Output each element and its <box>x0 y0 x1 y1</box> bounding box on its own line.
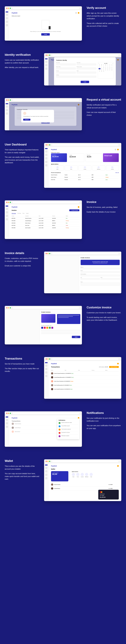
calendar-day[interactable]: 8 <box>98 67 100 68</box>
wallet-action[interactable]: Withdraw <box>85 473 88 477</box>
wallet-action[interactable]: Fund <box>76 473 80 477</box>
calendar-day[interactable]: 7 <box>111 66 113 67</box>
dob-input[interactable] <box>56 68 76 70</box>
bell-icon[interactable] <box>78 12 80 14</box>
color-option[interactable] <box>51 327 53 329</box>
calendar-day[interactable]: 3 <box>103 66 104 67</box>
invoice-row[interactable]: #INV-0005Janet KowalskiJan 22, 2023$1,05… <box>12 227 80 229</box>
quick-action[interactable]: Convert <box>106 166 119 170</box>
wallet-action[interactable]: Convert <box>81 473 84 477</box>
qty-input[interactable] <box>81 278 100 280</box>
phone-input[interactable] <box>77 68 96 70</box>
notification-item[interactable]: Invoice #0012 was paid <box>58 425 78 428</box>
calendar-day[interactable]: 4 <box>105 66 107 67</box>
invoice-details-title: Invoice details <box>5 252 40 255</box>
calendar-day[interactable]: 23 <box>101 70 102 70</box>
address-input[interactable] <box>56 76 96 78</box>
dash-card[interactable]: Invoice$2,530.80 <box>68 153 84 162</box>
see-all-link[interactable]: See all <box>116 172 119 173</box>
calendar-day[interactable]: 29 <box>98 71 100 72</box>
verify-desc1: After sign up, the user sees this screen… <box>86 12 121 20</box>
notes-input[interactable] <box>81 282 120 286</box>
identity-title: Identity verification <box>5 53 40 56</box>
notifications-title: Notifications <box>86 411 121 415</box>
calendar-day[interactable]: 11 <box>105 67 107 68</box>
calendar-day[interactable]: 20 <box>109 68 111 69</box>
wallet-action[interactable]: Card <box>90 473 93 477</box>
verify-button[interactable]: Verify <box>41 33 50 36</box>
calendar-day[interactable]: 19 <box>107 68 109 69</box>
section-dashboard: Paydesk Welcome back! My balance$5,240.0… <box>0 137 126 194</box>
wallet-action[interactable]: Send <box>72 473 75 477</box>
calendar-day[interactable]: 1 <box>98 66 100 67</box>
lname-input[interactable] <box>77 64 96 65</box>
notification-item[interactable]: Payment received from Sarah <box>58 422 78 425</box>
state-input[interactable] <box>77 72 96 74</box>
calendar-day[interactable]: 18 <box>105 68 107 69</box>
invoice-row[interactable]: #INV-0004David ChenJan 20, 2023$560.00Fa… <box>12 224 80 227</box>
calendar-day[interactable]: 22 <box>98 70 100 70</box>
invoice-row[interactable]: #INV-0001Nnamdi OkonkwoJan 12, 2023$1,20… <box>12 217 80 220</box>
calendar-day[interactable]: 15 <box>98 68 100 69</box>
calendar-day[interactable]: 27 <box>109 70 111 70</box>
calendar-day[interactable]: 2 <box>101 66 102 67</box>
notification-item[interactable]: Card transaction approved <box>58 428 78 431</box>
dash-card[interactable]: My balance$5,240.00 <box>51 153 67 162</box>
transaction-row[interactable]: Janet KowalskiTransferJan 22, 2023-$150.… <box>51 387 119 391</box>
quick-action[interactable]: Send <box>51 166 64 170</box>
calendar-day[interactable]: 12 <box>107 67 109 68</box>
dash-card[interactable]: Virtual card <box>103 153 119 162</box>
calendar-day[interactable]: 31 <box>103 71 104 72</box>
calendar-day[interactable]: 13 <box>109 67 111 68</box>
calendar-day[interactable]: 9 <box>101 67 102 68</box>
color-option[interactable] <box>44 327 46 329</box>
calendar-day[interactable]: 24 <box>103 70 104 70</box>
identity-verify-button[interactable]: Verify <box>81 81 89 83</box>
calendar-day[interactable]: 17 <box>103 68 104 69</box>
create-invoice-button[interactable]: + Create invoice <box>69 209 80 211</box>
calendar-day[interactable]: 16 <box>101 68 102 69</box>
calendar-day[interactable]: 26 <box>107 70 109 70</box>
invoice-tab[interactable]: Paid <box>22 213 24 214</box>
color-option[interactable] <box>49 327 51 329</box>
transaction-row[interactable]: Sarah JohnsonTransferJan 18, 2023-$400.0… <box>51 380 119 383</box>
invoice-row[interactable]: #INV-0002Ayodele BalogunJan 14, 2023$850… <box>12 220 80 222</box>
calendar-day[interactable]: 6 <box>109 66 111 67</box>
quick-action[interactable]: Invoice <box>78 166 91 170</box>
calendar-widget[interactable]: ‹Jan 2023› SMTWTFS1234567891011121314151… <box>98 62 114 78</box>
apply-button[interactable]: Apply <box>72 336 80 338</box>
calendar-day[interactable]: 25 <box>105 70 107 70</box>
bell-icon[interactable] <box>117 149 119 150</box>
color-option[interactable] <box>41 327 43 329</box>
quick-action[interactable]: Withdraw <box>92 166 105 170</box>
notification-item[interactable]: New login from Chrome <box>58 431 78 435</box>
calendar-day[interactable]: 28 <box>111 70 113 70</box>
transaction-row[interactable]: Nnamdi OkonkwoTransferJan 12, 2023-$200.… <box>51 372 119 376</box>
price-input[interactable] <box>101 278 120 280</box>
invoice-row[interactable]: #INV-0003Sarah JohnsonJan 18, 2023$2,400… <box>12 222 80 224</box>
section-invoice: Paydesk Invoice+ Create invoice All invo… <box>0 194 126 245</box>
billed-to-input[interactable] <box>81 268 120 269</box>
calendar-day[interactable]: 5 <box>107 66 109 67</box>
notification-item[interactable]: Withdrawal completed <box>58 435 78 438</box>
invoice-tab[interactable]: Pending <box>18 213 21 214</box>
quick-withdraw-button[interactable]: Quick withdraw <box>109 366 119 368</box>
quick-action[interactable]: Fund <box>65 166 78 170</box>
invoice-tab[interactable]: All invoice <box>12 213 16 214</box>
verify-desc2: These info collected will be used to cre… <box>86 22 121 28</box>
invoice-tab[interactable]: Failed <box>26 213 28 214</box>
email-input[interactable] <box>81 271 120 273</box>
wallet-title: Wallet <box>5 459 40 463</box>
fname-input[interactable] <box>56 64 76 65</box>
calendar-day[interactable]: 14 <box>111 67 113 68</box>
item-input[interactable] <box>81 275 120 276</box>
request-button[interactable]: Request <box>23 119 30 120</box>
transaction-row[interactable]: Ayodele BalogunReceivedJan 14, 2023+$850… <box>51 376 119 380</box>
calendar-day[interactable]: 21 <box>111 68 113 69</box>
color-option[interactable] <box>46 327 48 329</box>
country-input[interactable] <box>56 72 76 74</box>
dash-card[interactable]: Payments$9,200 <box>86 153 102 162</box>
transaction-row[interactable]: David ChenReceivedJan 20, 2023+$560.00Do… <box>51 383 119 387</box>
calendar-day[interactable]: 10 <box>103 67 104 68</box>
calendar-day[interactable]: 30 <box>101 71 102 72</box>
